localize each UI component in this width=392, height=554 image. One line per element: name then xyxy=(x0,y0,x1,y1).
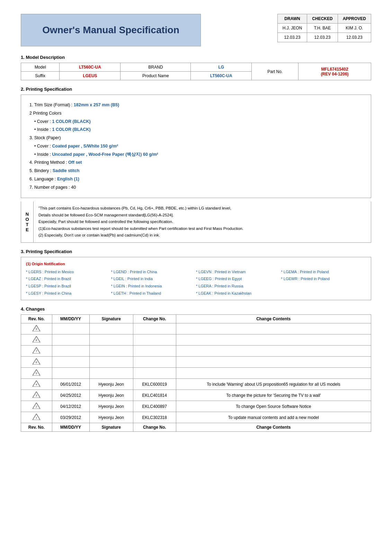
footer-no-label: Change No. xyxy=(133,423,176,432)
note-line-3: Especially, Part should be followed and … xyxy=(38,218,243,225)
rev-6-icon: 6 xyxy=(21,357,52,368)
title-box: Owner's Manual Specification xyxy=(21,14,201,46)
approval-table: DRAWN CHECKED APPROVED H.J. JEON T.H. BA… xyxy=(277,14,371,42)
approval-header-drawn: DRAWN xyxy=(277,14,307,24)
changes-col-rev: Rev. No. xyxy=(21,315,52,323)
suffix-label: Suffix xyxy=(21,72,60,80)
approval-approved-name: KIM J. O. xyxy=(338,24,371,33)
changes-col-no: Change No. xyxy=(133,315,176,323)
origin-title: (1) Origin Notification xyxy=(26,261,366,267)
rev-5-sig xyxy=(89,368,133,379)
rev-1-contents: To update manual contents and add a new … xyxy=(176,412,371,423)
spec-item-5: 5. Bindery : Saddle stitch xyxy=(29,167,363,175)
table-row: 1 03/29/2012 Hyeonju Jeon EKLC302318 To … xyxy=(21,412,371,423)
origin-lgewr: * LGEWR : Printed in Poland xyxy=(281,276,366,282)
spec-item-4: 4. Printing Method : Off set xyxy=(29,159,363,167)
origin-lgeth: * LGETH : Printed in Thailand xyxy=(111,290,196,297)
changes-col-date: MM/DD/YY xyxy=(52,315,89,323)
spec-item-3b: • Inside : Uncoated paper , Wood-Free Pa… xyxy=(29,151,363,159)
rev-4-icon: 4 xyxy=(21,379,52,390)
changes-footer-row: Rev. No. MM/DD/YY Signature Change No. C… xyxy=(21,423,371,432)
page-title: Owner's Manual Specification xyxy=(35,25,187,36)
table-row: 9 xyxy=(21,323,371,334)
svg-text:3: 3 xyxy=(36,394,37,397)
rev-2-sig: Hyeonju Jeon xyxy=(89,401,133,412)
spec-item-1: 1. Trim Size (Format) : 182mm x 257 mm (… xyxy=(29,101,363,109)
rev-1-date: 03/29/2012 xyxy=(52,412,89,423)
changes-col-contents: Change Contents xyxy=(176,315,371,323)
product-name-value: LT560C-UA xyxy=(191,72,252,80)
rev-3-no: EKLC401814 xyxy=(133,390,176,401)
spec-item-6: 6. Language : English (1) xyxy=(29,175,363,184)
note-section: N O T E "This part contains Eco-hazardou… xyxy=(21,202,371,243)
svg-text:9: 9 xyxy=(36,328,37,331)
rev-5-contents xyxy=(176,368,371,379)
note-content: "This part contains Eco-hazardous substa… xyxy=(34,202,248,242)
rev-3-icon: 3 xyxy=(21,390,52,401)
origin-lgesy: * LGESY : Printed in China xyxy=(26,290,111,297)
rev-4-date: 06/01/2012 xyxy=(52,379,89,390)
svg-text:7: 7 xyxy=(36,350,37,353)
table-row: 8 xyxy=(21,334,371,346)
rev-9-date xyxy=(52,323,89,334)
spec-item-2b: • Inside : 1 COLOR (BLACK) xyxy=(29,126,363,134)
table-row: 7 xyxy=(21,346,371,357)
trim-size-value: 182mm x 257 mm (B5) xyxy=(74,102,119,107)
approval-checked-date: 12.03.23 xyxy=(307,33,338,42)
rev-7-sig xyxy=(89,346,133,357)
printing-spec-box: 1. Trim Size (Format) : 182mm x 257 mm (… xyxy=(21,95,371,198)
rev-5-no xyxy=(133,368,176,379)
product-name-label: Product Name xyxy=(121,72,191,80)
origin-lgeaz: * LGEAZ : Printed in Brazil xyxy=(26,276,111,282)
printing-spec3-header: 3. Printing Specification xyxy=(21,249,371,254)
origin-lgers: * LGERS : Printed in Mexico xyxy=(26,269,111,275)
footer-contents-label: Change Contents xyxy=(176,423,371,432)
rev-8-sig xyxy=(89,334,133,346)
spec-item-3a: • Cover : Coated paper , S/White 150 g/m… xyxy=(29,142,363,151)
table-row: 4 06/01/2012 Hyeonju Jeon EKLC600019 To … xyxy=(21,379,371,390)
note-line-1: "This part contains Eco-hazardous substa… xyxy=(38,205,243,212)
rev-4-contents: To include 'Warning' about US propositio… xyxy=(176,379,371,390)
rev-6-contents xyxy=(176,357,371,368)
header-section: Owner's Manual Specification DRAWN CHECK… xyxy=(21,14,371,46)
footer-rev-label: Rev. No. xyxy=(21,423,52,432)
inside-color-value: 1 COLOR (BLACK) xyxy=(52,127,91,132)
rev-2-date: 04/12/2012 xyxy=(52,401,89,412)
note-line-2: Details should be followed Eco-SCM manag… xyxy=(38,212,243,219)
approval-drawn-name: H.J. JEON xyxy=(277,24,307,33)
part-no-label: Part No. xyxy=(252,63,299,80)
origin-lgema: * LGEMA : Printed in Poland xyxy=(281,269,366,275)
svg-text:4: 4 xyxy=(36,383,37,386)
rev-9-sig xyxy=(89,323,133,334)
origin-lgend: * LGEND : Printed in China xyxy=(111,269,196,275)
rev-8-contents xyxy=(176,334,371,346)
rev-2-no: EKLC400897 xyxy=(133,401,176,412)
note-line-4: (1)Eco-hazardous substances test report … xyxy=(38,225,243,232)
origin-box: (1) Origin Notification * LGERS : Printe… xyxy=(21,257,371,300)
rev-1-sig: Hyeonju Jeon xyxy=(89,412,133,423)
footer-date-label: MM/DD/YY xyxy=(52,423,89,432)
rev-8-no xyxy=(133,334,176,346)
rev-9-no xyxy=(133,323,176,334)
note-line-5: (2) Especially, Don't use or contain lea… xyxy=(38,232,243,239)
approval-header-approved: APPROVED xyxy=(338,14,371,24)
rev-6-date xyxy=(52,357,89,368)
part-no-value: MFL67415402(REV 04-1206) xyxy=(299,63,371,80)
printing-method-value: Off set xyxy=(68,160,82,165)
rev-4-no: EKLC600019 xyxy=(133,379,176,390)
rev-9-contents xyxy=(176,323,371,334)
suffix-value: LGEUS xyxy=(60,72,121,80)
svg-text:8: 8 xyxy=(36,339,37,342)
model-label: Model xyxy=(21,63,60,72)
spec-item-7: 7. Number of pages : 40 xyxy=(29,184,363,192)
origin-empty1 xyxy=(281,283,366,289)
origin-grid: * LGERS : Printed in Mexico * LGEND : Pr… xyxy=(26,269,366,297)
rev-9-icon: 9 xyxy=(21,323,52,334)
approval-header-checked: CHECKED xyxy=(307,14,338,24)
spec-item-2a: • Cover : 1 COLOR (BLACK) xyxy=(29,118,363,126)
spec-item-3: 3. Stock (Paper) xyxy=(29,134,363,142)
origin-lgein: * LGEIN : Printed in Indonesia xyxy=(111,283,196,289)
svg-text:2: 2 xyxy=(36,405,37,408)
model-description-header: 1. Model Description xyxy=(21,55,371,60)
changes-col-sig: Signature xyxy=(89,315,133,323)
